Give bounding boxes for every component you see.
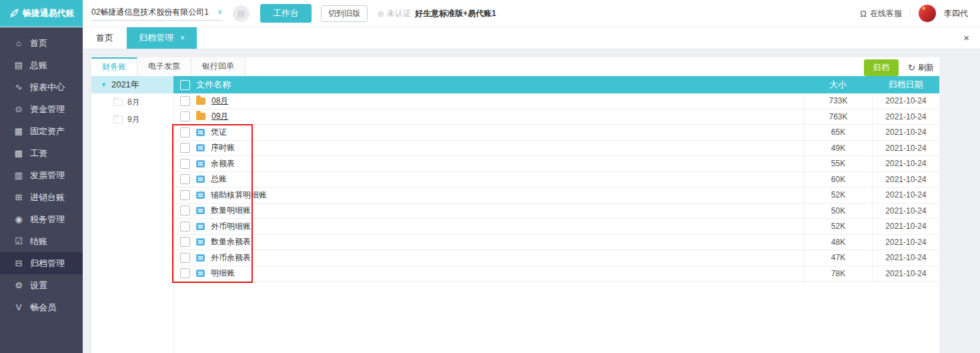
- row-checkbox[interactable]: [180, 111, 190, 121]
- tree-node-month[interactable]: 8月: [91, 93, 173, 111]
- ledger-icon: ▤: [13, 60, 24, 70]
- row-checkbox[interactable]: [180, 190, 190, 200]
- file-name: 外币余额表: [211, 252, 251, 264]
- table-row[interactable]: 外币明细账52K2021-10-24: [173, 219, 939, 235]
- logo-text: 畅捷通易代账: [23, 7, 75, 19]
- cert-badge: ⊛ 未认证: [377, 8, 411, 19]
- company-select[interactable]: 02畅捷通信息技术股份有限公司1 ∨: [91, 7, 222, 21]
- table-row[interactable]: 数量明细账50K2021-10-24: [173, 204, 939, 220]
- closing-icon: ☑: [13, 236, 24, 246]
- row-checkbox[interactable]: [180, 237, 190, 247]
- cell-name: 外币余额表: [173, 250, 804, 266]
- divider: [910, 9, 911, 18]
- sidebar-item-closing[interactable]: ☑结账: [0, 230, 83, 252]
- subtabs: 财务账电子发票银行回单: [91, 57, 939, 77]
- sidebar-item-salary[interactable]: ▩工资: [0, 142, 83, 164]
- row-checkbox[interactable]: [180, 174, 190, 184]
- sidebar-item-settings[interactable]: ⚙设置: [0, 274, 83, 296]
- sidebar-item-home[interactable]: ⌂首页: [0, 32, 83, 54]
- username[interactable]: 李四代: [944, 8, 968, 19]
- row-checkbox[interactable]: [180, 127, 190, 137]
- file-size: 55K: [804, 156, 872, 171]
- file-name: 总账: [211, 173, 227, 185]
- table-row[interactable]: 明细账78K2021-10-24: [173, 266, 939, 282]
- row-checkbox[interactable]: [180, 96, 190, 106]
- header-cell-name: 文件名称: [173, 76, 804, 93]
- archive-date: 2021-10-24: [872, 250, 939, 266]
- tree-node-month[interactable]: 9月: [91, 111, 173, 128]
- table-row[interactable]: 序时账49K2021-10-24: [173, 141, 939, 157]
- tree-year-label: 2021年: [111, 79, 139, 91]
- switch-old-version-button[interactable]: 切到旧版: [321, 5, 368, 22]
- tree-node-year[interactable]: ▼ 2021年: [91, 76, 173, 93]
- table-row[interactable]: 外币余额表47K2021-10-24: [173, 250, 939, 266]
- row-checkbox[interactable]: [180, 253, 190, 263]
- close-icon[interactable]: ×: [953, 32, 980, 43]
- sidebar-item-funds[interactable]: ⊙资金管理: [0, 98, 83, 120]
- tree-expand-icon[interactable]: ▼: [101, 82, 107, 88]
- sidebar-item-tax[interactable]: ◉税务管理: [0, 208, 83, 230]
- file-size: 49K: [804, 141, 872, 156]
- select-all-checkbox[interactable]: [180, 80, 190, 90]
- row-checkbox[interactable]: [180, 206, 190, 216]
- sidebar-nav: ⌂首页▤总账∿报表中心⊙资金管理▦固定资产▩工资▥发票管理⊞进销台账◉税务管理☑…: [0, 27, 83, 318]
- tab-home[interactable]: 首页: [83, 27, 127, 49]
- sidebar-item-label: 发票管理: [30, 169, 65, 182]
- file-name: 凭证: [211, 127, 227, 138]
- sidebar-item-member[interactable]: V畅会员: [0, 296, 83, 318]
- sidebar-item-label: 设置: [30, 280, 47, 292]
- sidebar-item-label: 结账: [30, 236, 47, 248]
- refresh-button[interactable]: ↻ 刷新: [908, 62, 934, 73]
- subtab[interactable]: 财务账: [91, 57, 137, 76]
- file-size: 52K: [804, 219, 872, 234]
- subtab[interactable]: 电子发票: [137, 57, 191, 76]
- calendar-icon[interactable]: ▤: [233, 5, 250, 22]
- sidebar-item-report-center[interactable]: ∿报表中心: [0, 76, 83, 98]
- row-checkbox[interactable]: [180, 268, 190, 278]
- row-checkbox[interactable]: [180, 143, 190, 153]
- table-row[interactable]: 09月763K2021-10-24: [173, 109, 939, 125]
- table-row[interactable]: 辅助核算明细账52K2021-10-24: [173, 188, 939, 204]
- subtab[interactable]: 银行回单: [191, 57, 246, 76]
- tree-months: 8月9月: [91, 93, 173, 128]
- fixed-assets-icon: ▦: [13, 126, 24, 136]
- archive-date: 2021-10-24: [872, 188, 939, 203]
- table-row[interactable]: 总账60K2021-10-24: [173, 172, 939, 188]
- table-row[interactable]: 凭证65K2021-10-24: [173, 125, 939, 141]
- table-row[interactable]: 余额表55K2021-10-24: [173, 156, 939, 172]
- sidebar-item-label: 税务管理: [30, 214, 65, 226]
- close-icon[interactable]: ×: [180, 33, 185, 43]
- chevron-down-icon: ∨: [217, 9, 222, 15]
- file-icon: [196, 238, 205, 246]
- archive-date: 2021-10-24: [872, 125, 939, 140]
- file-name-link[interactable]: 09月: [211, 111, 228, 122]
- archive-date: 2021-10-24: [872, 235, 939, 250]
- sidebar-item-fixed-assets[interactable]: ▦固定资产: [0, 120, 83, 142]
- row-checkbox[interactable]: [180, 159, 190, 169]
- row-checkbox[interactable]: [180, 222, 190, 232]
- avatar[interactable]: ★: [919, 5, 936, 22]
- cert-icon: ⊛: [377, 9, 384, 19]
- sidebar-item-invoice[interactable]: ▥发票管理: [0, 164, 83, 186]
- table-row[interactable]: 数量余额表48K2021-10-24: [173, 235, 939, 251]
- file-size: 65K: [804, 125, 872, 140]
- sidebar-item-ledger[interactable]: ▤总账: [0, 54, 83, 76]
- tab-archive-management[interactable]: 归档管理 ×: [127, 27, 197, 49]
- sidebar-item-label: 资金管理: [30, 103, 65, 115]
- file-name: 外币明细账: [211, 221, 251, 232]
- file-icon: [196, 223, 205, 230]
- file-icon: [196, 207, 205, 214]
- file-icon: [196, 160, 205, 167]
- file-name-link[interactable]: 08月: [211, 95, 228, 107]
- sidebar-item-purchase-sales[interactable]: ⊞进销台账: [0, 186, 83, 208]
- online-service-link[interactable]: Ω 在线客服: [860, 8, 902, 19]
- table-row[interactable]: 08月733K2021-10-24: [173, 93, 939, 109]
- refresh-icon: ↻: [908, 63, 915, 73]
- archive-button[interactable]: 归档: [864, 59, 899, 76]
- sidebar-item-archive[interactable]: ⊟归档管理: [0, 252, 83, 274]
- file-name: 序时账: [211, 142, 235, 153]
- cell-name: 数量明细账: [173, 204, 804, 219]
- workbench-button[interactable]: 工作台: [260, 4, 312, 23]
- sidebar-item-label: 进销台账: [30, 192, 65, 204]
- sidebar-item-label: 归档管理: [30, 258, 65, 270]
